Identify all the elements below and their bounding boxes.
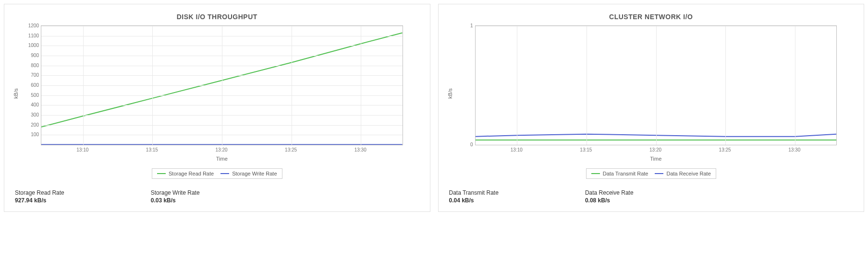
plot-area[interactable] [41,25,403,145]
y-tick-label: 500 [18,92,39,97]
legend-swatch-icon [220,173,229,174]
chart-panels: DISK I/O THROUGHPUT kB/s 100200300400500… [4,4,864,212]
stat-value: 0.08 kB/s [585,197,634,204]
y-tick-label: 400 [18,102,39,107]
x-tick-label: 13:10 [511,147,523,152]
y-tick-label: 300 [18,112,39,117]
legend: Data Transmit Rate Data Receive Rate [446,168,856,179]
x-tick-label: 13:20 [215,147,227,152]
x-tick-label: 13:30 [355,147,367,152]
x-tick-label: 13:15 [580,147,592,152]
y-tick-label: 200 [18,122,39,127]
legend-swatch-icon [157,173,166,174]
stats-row: Storage Read Rate 927.94 kB/s Storage Wr… [12,189,422,204]
y-tick-label: 1 [452,23,473,28]
network-io-panel: CLUSTER NETWORK I/O kB/s 01 13:1013:1513… [438,4,865,212]
disk-io-panel: DISK I/O THROUGHPUT kB/s 100200300400500… [4,4,430,212]
legend-item[interactable]: Storage Read Rate [157,171,214,176]
stat-label: Data Transmit Rate [449,189,499,196]
y-tick-label: 100 [18,132,39,137]
stat-block: Data Transmit Rate 0.04 kB/s [449,189,499,204]
legend-label: Storage Read Rate [169,171,214,176]
legend: Storage Read Rate Storage Write Rate [12,168,422,179]
legend-label: Data Receive Rate [666,171,710,176]
y-tick-label: 1100 [18,33,39,38]
legend-swatch-icon [655,173,663,174]
y-tick-label: 800 [18,62,39,68]
y-ticks: 01 [452,25,473,162]
x-axis-label: Time [475,156,837,162]
stat-label: Storage Write Rate [151,189,200,196]
stat-block: Storage Write Rate 0.03 kB/s [151,189,200,204]
y-tick-label: 1200 [18,23,39,28]
stat-value: 927.94 kB/s [15,197,64,204]
chart-wrap: kB/s 01 13:1013:1513:2013:2513:30 Time [475,25,837,162]
x-axis-label: Time [41,156,403,162]
y-ticks: 100200300400500600700800900100011001200 [18,25,39,162]
x-tick-label: 13:25 [719,147,731,152]
chart-wrap: kB/s 10020030040050060070080090010001100… [41,25,403,162]
stat-block: Data Receive Rate 0.08 kB/s [585,189,634,204]
legend-item[interactable]: Storage Write Rate [220,171,277,176]
legend-item[interactable]: Data Transmit Rate [591,171,648,176]
x-ticks: 13:1013:1513:2013:2513:30 [41,147,403,155]
x-tick-label: 13:30 [788,147,800,152]
stats-row: Data Transmit Rate 0.04 kB/s Data Receiv… [446,189,856,204]
y-tick-label: 900 [18,53,39,58]
plot-area[interactable] [475,25,837,145]
y-tick-label: 700 [18,72,39,78]
y-tick-label: 0 [452,142,473,147]
y-tick-label: 1000 [18,43,39,48]
y-tick-label: 600 [18,82,39,88]
stat-block: Storage Read Rate 927.94 kB/s [15,189,64,204]
stat-value: 0.04 kB/s [449,197,499,204]
legend-swatch-icon [591,173,600,174]
x-tick-label: 13:15 [146,147,158,152]
stat-value: 0.03 kB/s [151,197,200,204]
stat-label: Data Receive Rate [585,189,634,196]
legend-label: Data Transmit Rate [603,171,648,176]
chart-title: DISK I/O THROUGHPUT [12,13,422,21]
stat-label: Storage Read Rate [15,189,64,196]
x-tick-label: 13:25 [285,147,297,152]
chart-title: CLUSTER NETWORK I/O [446,13,856,21]
legend-label: Storage Write Rate [232,171,277,176]
x-tick-label: 13:10 [76,147,88,152]
x-tick-label: 13:20 [649,147,661,152]
legend-item[interactable]: Data Receive Rate [655,171,710,176]
x-ticks: 13:1013:1513:2013:2513:30 [475,147,837,155]
